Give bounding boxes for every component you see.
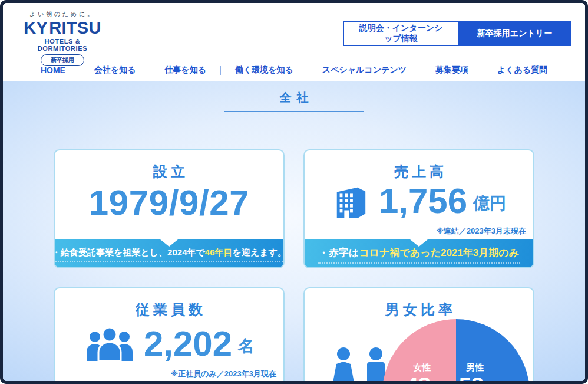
note-text: ・給食受託事業を祖業とし、2024年で [54,247,205,257]
people-group-icon [84,327,136,361]
page: よい朝のために。 KY RITSU HOTELS & DORMITORIES 新… [3,3,585,381]
note-highlight: コロナ禍であった2021年3月期のみ [359,247,519,258]
card-gender-ratio: 男女比率 女性 48% 男性 52% [303,287,534,381]
nav-item-work[interactable]: 仕事を知る [150,63,220,78]
note-text: ・赤字は [319,247,359,258]
male-value: 52% [459,373,492,382]
card-revenue-value: 1,756 [379,182,467,219]
card-gender-title: 男女比率 [305,300,533,319]
male-number: 52 [459,373,484,382]
card-employees-value: 2,202 [144,325,232,362]
seminar-internship-button[interactable]: 説明会・インターンシップ情報 [343,21,458,46]
site-header: よい朝のために。 KY RITSU HOTELS & DORMITORIES 新… [3,3,585,81]
card-employees-title: 従業員数 [55,300,283,319]
card-founded-value: 1979/9/27 [55,183,283,222]
card-revenue-value-row: 1,756 億円 [305,182,533,219]
site-logo[interactable]: よい朝のために。 KY RITSU HOTELS & DORMITORIES 新… [24,10,101,66]
pie-slice-male-label: 男性 52% [459,362,492,382]
logo-tagline: よい朝のために。 [24,10,101,18]
card-founded-note-bar: ・給食受託事業を祖業とし、2024年で46年目を迎えます。 [55,239,283,267]
male-label: 男性 [459,362,492,373]
note-text: を迎えます。 [233,247,285,257]
note-highlight: 46年目 [205,247,233,257]
header-buttons: 説明会・インターンシップ情報 新卒採用エントリー [343,21,571,46]
card-founded: 設立 1979/9/27 ・給食受託事業を祖業とし、2024年で46年目を迎えま… [54,149,285,268]
section-head: 全社 [3,81,585,112]
nav-item-environment[interactable]: 働く環境を知る [221,63,308,78]
nav-item-requirements[interactable]: 募集要項 [421,63,483,78]
logo-subtitle: HOTELS & DORMITORIES [24,38,101,52]
stats-cards: 設立 1979/9/27 ・給食受託事業を祖業とし、2024年で46年目を迎えま… [54,149,534,381]
card-founded-note: ・給食受託事業を祖業とし、2024年で46年目を迎えます。 [54,245,285,262]
card-revenue-title: 売上高 [305,162,533,181]
card-employees-unit: 名 [238,335,255,362]
entry-button[interactable]: 新卒採用エントリー [458,21,571,46]
nav-item-home[interactable]: HOME [27,63,80,77]
gender-pie-chart: 女性 48% 男性 52% [382,319,530,381]
nav-item-faq[interactable]: よくある質問 [483,63,561,78]
window-frame: よい朝のために。 KY RITSU HOTELS & DORMITORIES 新… [0,0,588,384]
logo-brand-left: KY [24,19,48,37]
logo-brand: KY RITSU [24,19,101,37]
main-content: 全社 設立 1979/9/27 ・給食受託事業を祖業とし、2024年で46年目を… [3,81,585,381]
pie-slice-female-label: 女性 48% [406,362,439,382]
title-underline [224,111,364,112]
logo-brand-right: RITSU [49,19,101,37]
female-label: 女性 [406,362,439,373]
card-revenue-unit: 億円 [473,192,506,219]
card-revenue-caption: ※連結／2023年3月末現在 [436,226,526,237]
female-number: 48 [406,373,431,382]
card-revenue-note-bar: ・赤字はコロナ禍であった2021年3月期のみ [305,239,533,267]
card-revenue: 売上高 1,756 億円 ※連結／2023年3月末現在 [303,149,534,268]
card-founded-title: 設立 [55,162,283,181]
card-employees-caption: ※正社員のみ／2023年3月現在 [171,369,276,379]
card-employees-value-row: 2,202 名 [55,325,283,362]
card-employees: 従業員数 2,202 名 ※正社員のみ／2023年3月現 [54,287,285,381]
main-nav: HOME 会社を知る 仕事を知る 働く環境を知る スペシャルコンテンツ 募集要項… [3,59,585,81]
nav-item-special[interactable]: スペシャルコンテンツ [308,63,421,78]
section-title: 全社 [3,90,585,106]
nav-item-company[interactable]: 会社を知る [80,63,150,78]
female-value: 48% [406,373,439,382]
building-icon [332,183,369,219]
card-revenue-note: ・赤字はコロナ禍であった2021年3月期のみ [318,244,520,264]
